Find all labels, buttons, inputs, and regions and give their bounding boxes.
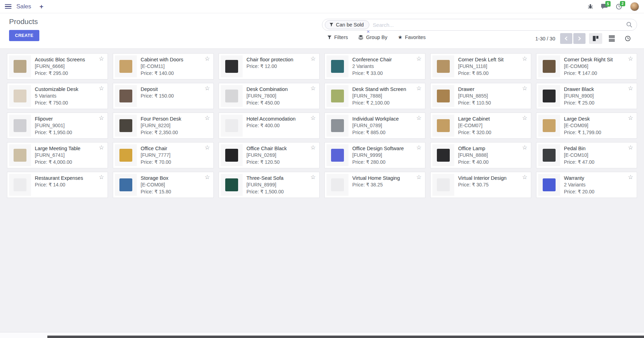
favorite-star-icon[interactable]: ☆: [416, 55, 422, 62]
favorite-star-icon[interactable]: ☆: [99, 144, 104, 151]
product-card[interactable]: Drawer Black[FURN_8900]Price: ₹ 25.00☆: [536, 83, 637, 109]
favorites-menu-button[interactable]: ★ Favorites: [398, 34, 426, 40]
filters-menu-button[interactable]: Filters: [327, 34, 348, 40]
search-options-row: Filters Group By ★ Favorites: [327, 34, 426, 40]
kanban-view-button[interactable]: [589, 33, 602, 44]
product-card[interactable]: Cabinet with Doors[E-COM11]Price: ₹ 140.…: [113, 53, 214, 79]
product-card[interactable]: Hotel AccommodationPrice: ₹ 400.00☆: [219, 113, 320, 139]
product-info: Storage Box[E-COM08]Price: ₹ 15.80: [137, 174, 179, 196]
favorite-star-icon[interactable]: ☆: [522, 174, 527, 181]
favorite-star-icon[interactable]: ☆: [628, 144, 633, 151]
product-card[interactable]: Virtual Interior DesignPrice: ₹ 30.75☆: [430, 172, 531, 198]
favorite-star-icon[interactable]: ☆: [522, 144, 527, 151]
product-info: Large Meeting Table[FURN_6741]Price: ₹ 4…: [31, 144, 88, 166]
product-card[interactable]: Office Lamp[FURN_8888]Price: ₹ 40.00☆: [430, 142, 531, 168]
product-card[interactable]: Customizable Desk5 VariantsPrice: ₹ 750.…: [7, 83, 108, 109]
product-card[interactable]: Warranty2 VariantsPrice: ₹ 20.00☆: [536, 172, 637, 198]
product-card[interactable]: Drawer[FURN_8855]Price: ₹ 110.50☆: [430, 83, 531, 109]
favorite-star-icon[interactable]: ☆: [416, 115, 422, 122]
favorite-star-icon[interactable]: ☆: [416, 85, 422, 92]
create-button[interactable]: CREATE: [9, 30, 39, 41]
product-card[interactable]: Virtual Home StagingPrice: ₹ 38.25☆: [324, 172, 425, 198]
favorite-star-icon[interactable]: ☆: [99, 115, 104, 122]
product-info: Hotel AccommodationPrice: ₹ 400.00: [243, 115, 303, 137]
product-card[interactable]: Desk Stand with Screen[FURN_7888]Price: …: [324, 83, 425, 109]
favorite-star-icon[interactable]: ☆: [628, 55, 633, 62]
product-price: Price: ₹ 4,000.00: [35, 159, 80, 166]
product-image: [115, 174, 137, 196]
search-bar[interactable]: Can be Sold ✕: [322, 19, 637, 31]
group-by-menu-button[interactable]: Group By: [358, 34, 387, 40]
app-menu-sales[interactable]: Sales: [16, 3, 31, 10]
favorite-star-icon[interactable]: ☆: [205, 144, 210, 151]
product-card[interactable]: Restaurant ExpensesPrice: ₹ 14.00☆: [7, 172, 108, 198]
product-price: Price: ₹ 70.00: [141, 159, 171, 166]
favorite-star-icon[interactable]: ☆: [628, 115, 633, 122]
favorite-star-icon[interactable]: ☆: [311, 174, 316, 181]
product-card[interactable]: Large Cabinet[E-COM07]Price: ₹ 320.00☆: [430, 113, 531, 139]
favorite-star-icon[interactable]: ☆: [311, 85, 316, 92]
favorite-star-icon[interactable]: ☆: [628, 85, 633, 92]
favorite-star-icon[interactable]: ☆: [416, 174, 422, 181]
favorite-star-icon[interactable]: ☆: [522, 55, 527, 62]
search-input[interactable]: [369, 22, 626, 28]
favorite-star-icon[interactable]: ☆: [311, 55, 316, 62]
product-subtitle: [E-COM08]: [141, 182, 171, 189]
product-card[interactable]: Individual Workplace[FURN_0789]Price: ₹ …: [324, 113, 425, 139]
product-card[interactable]: DepositPrice: ₹ 150.00☆: [113, 83, 214, 109]
product-card[interactable]: Acoustic Bloc Screens[FURN_6666]Price: ₹…: [7, 53, 108, 79]
product-image: [9, 55, 31, 77]
favorite-star-icon[interactable]: ☆: [205, 85, 210, 92]
product-card[interactable]: Office Chair[FURN_7777]Price: ₹ 70.00☆: [113, 142, 214, 168]
activity-view-button[interactable]: [621, 33, 634, 44]
product-card[interactable]: Flipover[FURN_9001]Price: ₹ 1,950.00☆: [7, 113, 108, 139]
product-price: Price: ₹ 110.50: [458, 100, 491, 107]
product-card[interactable]: Office Chair Black[FURN_0269]Price: ₹ 12…: [219, 142, 320, 168]
next-page-button[interactable]: [573, 33, 586, 44]
product-card[interactable]: Corner Desk Left Sit[FURN_1118]Price: ₹ …: [430, 53, 531, 79]
search-facet-can-be-sold[interactable]: Can be Sold: [325, 20, 369, 29]
product-subtitle: [E-COM11]: [141, 63, 183, 70]
product-card[interactable]: Three-Seat Sofa[FURN_8999]Price: ₹ 1,500…: [219, 172, 320, 198]
product-card[interactable]: Pedal Bin[E-COM10]Price: ₹ 47.00☆: [536, 142, 637, 168]
product-card[interactable]: Large Meeting Table[FURN_6741]Price: ₹ 4…: [7, 142, 108, 168]
product-subtitle: [FURN_8888]: [458, 152, 489, 159]
search-magnifier-icon[interactable]: [626, 22, 633, 28]
product-name: Hotel Accommodation: [246, 116, 296, 122]
product-info: Customizable Desk5 VariantsPrice: ₹ 750.…: [31, 85, 86, 107]
favorite-star-icon[interactable]: ☆: [416, 144, 422, 151]
activities-clock-icon[interactable]: 2: [616, 3, 622, 10]
messages-icon[interactable]: 5: [601, 3, 608, 9]
product-card[interactable]: Desk Combination[FURN_7800]Price: ₹ 450.…: [219, 83, 320, 109]
favorite-star-icon[interactable]: ☆: [99, 85, 104, 92]
favorite-star-icon[interactable]: ☆: [99, 174, 104, 181]
user-avatar[interactable]: [630, 2, 639, 11]
facet-remove-icon[interactable]: ✕: [367, 30, 370, 34]
favorite-star-icon[interactable]: ☆: [205, 174, 210, 181]
favorite-star-icon[interactable]: ☆: [205, 55, 210, 62]
pager: 1-30 / 30: [535, 33, 586, 44]
favorite-star-icon[interactable]: ☆: [628, 174, 633, 181]
favorite-star-icon[interactable]: ☆: [522, 115, 527, 122]
prev-page-button[interactable]: [560, 33, 572, 44]
messages-count-badge: 5: [605, 1, 611, 7]
product-image: [538, 55, 560, 77]
product-card[interactable]: Storage Box[E-COM08]Price: ₹ 15.80☆: [113, 172, 214, 198]
favorite-star-icon[interactable]: ☆: [205, 115, 210, 122]
favorite-star-icon[interactable]: ☆: [522, 85, 527, 92]
hamburger-menu-icon[interactable]: [5, 3, 12, 10]
list-icon: [609, 35, 615, 42]
product-card[interactable]: Office Design Software[FURN_9999]Price: …: [324, 142, 425, 168]
product-card[interactable]: Four Person Desk[FURN_8220]Price: ₹ 2,35…: [113, 113, 214, 139]
product-card[interactable]: Conference Chair2 VariantsPrice: ₹ 33.00…: [324, 53, 425, 79]
product-card[interactable]: Chair floor protectionPrice: ₹ 12.00☆: [219, 53, 320, 79]
control-panel: Products CREATE Can be Sold ✕ Filters: [0, 13, 644, 48]
list-view-button[interactable]: [605, 33, 618, 44]
debug-bug-icon[interactable]: [588, 3, 593, 9]
product-card[interactable]: Large Desk[E-COM09]Price: ₹ 1,799.00☆: [536, 113, 637, 139]
plus-icon[interactable]: +: [40, 3, 44, 10]
favorite-star-icon[interactable]: ☆: [99, 55, 104, 62]
favorite-star-icon[interactable]: ☆: [311, 144, 316, 151]
favorite-star-icon[interactable]: ☆: [311, 115, 316, 122]
product-card[interactable]: Corner Desk Right Sit[E-COM06]Price: ₹ 1…: [536, 53, 637, 79]
